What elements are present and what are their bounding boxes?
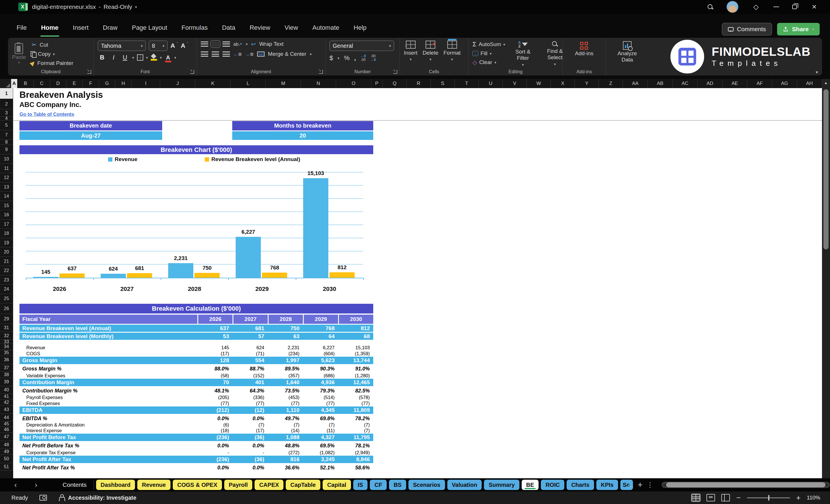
align-top-icon[interactable]	[201, 41, 208, 46]
select-all-corner[interactable]	[0, 79, 11, 88]
column-header-S[interactable]: S	[431, 79, 455, 88]
column-header-X[interactable]: X	[551, 79, 575, 88]
chevron-down-icon[interactable]: ▾	[135, 5, 137, 9]
vertical-scrollbar[interactable]: ▲	[822, 79, 830, 478]
menu-tab-home[interactable]: Home	[36, 21, 63, 34]
increase-decimal-icon[interactable]: ←0.00	[360, 54, 366, 62]
decrease-font-icon[interactable]: Aˇ	[181, 42, 188, 50]
sheet-tab-valuation[interactable]: Valuation	[447, 480, 482, 490]
table-row[interactable]: Gross Margin1285541,9975,62313,744	[20, 357, 373, 365]
addins-button[interactable]: Add-ins	[573, 42, 596, 57]
increase-font-icon[interactable]: Aˆ	[170, 42, 178, 50]
row-header-45[interactable]: 45	[0, 421, 13, 427]
account-avatar[interactable]	[727, 1, 738, 13]
worksheet[interactable]: 1234578910111213141516171819202122232425…	[0, 88, 822, 478]
add-sheet-button[interactable]: +	[638, 480, 643, 490]
zoom-out-button[interactable]: −	[736, 494, 740, 502]
table-row[interactable]: Net Profit Before Tax(236)(36)1,0884,327…	[20, 434, 373, 442]
horizontal-scrollbar[interactable]: ◀ ▶	[662, 482, 830, 488]
row-header-33[interactable]: 33	[0, 340, 13, 344]
row-header-42[interactable]: 42	[0, 400, 13, 406]
font-size-select[interactable]: 8▾	[149, 41, 168, 51]
autosum-button[interactable]: ΣAutoSum▾	[473, 41, 505, 48]
row-header-21[interactable]: 21	[0, 257, 13, 266]
column-header-AH[interactable]: AH	[797, 79, 822, 88]
cut-button[interactable]: ✂Cut	[29, 41, 75, 49]
prev-sheet-arrow[interactable]: ‹	[11, 480, 20, 490]
analyze-data-button[interactable]: Analyze Data	[612, 41, 642, 63]
column-header-D[interactable]: D	[50, 79, 66, 88]
row-header-1[interactable]: 1	[0, 88, 13, 99]
table-row[interactable]: Contribution Margin %48.1%64.3%73.5%79.3…	[20, 387, 373, 395]
column-header-I[interactable]: I	[132, 79, 160, 88]
table-row[interactable]: Corporate Tax Expense--(272)(1,082)(2,94…	[20, 449, 373, 456]
column-header-Z[interactable]: Z	[599, 79, 623, 88]
table-row[interactable]: Net Profit Before Tax %0.0%0.0%48.8%69.5…	[20, 442, 373, 449]
increase-indent-icon[interactable]: →≣	[245, 52, 253, 57]
row-header-49[interactable]: 49	[0, 448, 13, 455]
table-row[interactable]: EBITDA(212)(12)1,1104,34511,809	[20, 406, 373, 415]
row-headers[interactable]: 1234578910111213141516171819202122232425…	[0, 88, 13, 478]
table-row[interactable]: Net Profit After Tax(236)(36)8163,2458,8…	[20, 456, 373, 464]
menu-tab-review[interactable]: Review	[245, 21, 276, 34]
chevron-down-icon[interactable]: ▾	[338, 56, 340, 60]
row-header-12[interactable]: 12	[0, 173, 13, 183]
fill-color-icon[interactable]	[151, 54, 157, 61]
align-right-icon[interactable]	[223, 52, 230, 57]
row-header-31[interactable]: 31	[0, 324, 13, 332]
table-row[interactable]: EBITDA %0.0%0.0%49.7%69.8%78.2%	[20, 415, 373, 422]
more-sheets-button[interactable]: …	[627, 481, 634, 489]
row-header-25[interactable]: 25	[0, 294, 13, 303]
menu-tab-formulas[interactable]: Formulas	[177, 21, 213, 34]
menu-tab-help[interactable]: Help	[348, 21, 372, 34]
row-header-17[interactable]: 17	[0, 220, 13, 229]
chevron-down-icon[interactable]: ▾	[310, 52, 312, 56]
sheet-tab-revenue[interactable]: Revenue	[137, 480, 170, 490]
row-header-19[interactable]: 19	[0, 238, 13, 247]
chevron-down-icon[interactable]: ▾	[146, 56, 148, 60]
column-header-L[interactable]: L	[230, 79, 266, 88]
italic-button[interactable]: I	[109, 54, 118, 61]
row-header-13[interactable]: 13	[0, 183, 13, 192]
scroll-left-icon[interactable]: ◀	[663, 482, 666, 487]
zoom-percentage[interactable]: 110%	[807, 495, 820, 501]
table-row[interactable]: Revenue1456242,2316,22715,103	[20, 345, 373, 351]
sort-filter-button[interactable]: AZ Sort & Filter ▾	[509, 41, 537, 68]
column-header-H[interactable]: H	[115, 79, 132, 88]
row-header-48[interactable]: 48	[0, 441, 13, 448]
column-header-R[interactable]: R	[407, 79, 431, 88]
table-row[interactable]: Revenue Breakeven level (Annual)63768175…	[20, 325, 373, 333]
align-bottom-icon[interactable]	[223, 41, 230, 46]
macro-record-icon[interactable]	[39, 495, 47, 501]
sheet-tab-scenarios[interactable]: Scenarios	[408, 480, 445, 490]
clear-button[interactable]: ◇Clear▾	[473, 59, 505, 66]
row-header-5[interactable]: 5	[0, 120, 13, 130]
comments-button[interactable]: Comments	[722, 23, 772, 35]
row-header-35[interactable]: 35	[0, 350, 13, 356]
breakeven-chart[interactable]: 1456242,2316,22715,103637681750768812	[26, 169, 363, 278]
column-header-U[interactable]: U	[479, 79, 503, 88]
menu-tab-data[interactable]: Data	[217, 21, 240, 34]
alignment-dialog-launcher[interactable]	[319, 70, 323, 74]
column-header-O[interactable]: O	[336, 79, 371, 88]
row-header-20[interactable]: 20	[0, 247, 13, 257]
column-header-AD[interactable]: AD	[698, 79, 723, 88]
bold-button[interactable]: B	[98, 54, 106, 61]
row-header-44[interactable]: 44	[0, 414, 13, 421]
column-header-F[interactable]: F	[83, 79, 99, 88]
table-row[interactable]: Payroll Expenses(205)(336)(453)(514)(578…	[20, 395, 373, 401]
table-row[interactable]: COGS(17)(71)(234)(604)(1,359)	[20, 351, 373, 357]
decrease-indent-icon[interactable]: ←≣	[233, 52, 242, 57]
row-header-29[interactable]: 29	[0, 314, 13, 324]
chevron-down-icon[interactable]: ▾	[160, 56, 162, 60]
column-header-AE[interactable]: AE	[723, 79, 747, 88]
vertical-scrollbar-thumb[interactable]	[823, 89, 829, 249]
collapse-ribbon-icon[interactable]: ▾	[816, 69, 818, 75]
row-header-36[interactable]: 36	[0, 356, 13, 364]
readonly-badge[interactable]: Read-Only	[103, 3, 132, 10]
row-header-9[interactable]: 9	[0, 145, 13, 154]
share-button[interactable]: Share ▾	[777, 23, 820, 35]
underline-button[interactable]: U	[121, 54, 129, 61]
row-header-11[interactable]: 11	[0, 164, 13, 173]
merge-center-icon[interactable]: ↔	[257, 52, 264, 57]
